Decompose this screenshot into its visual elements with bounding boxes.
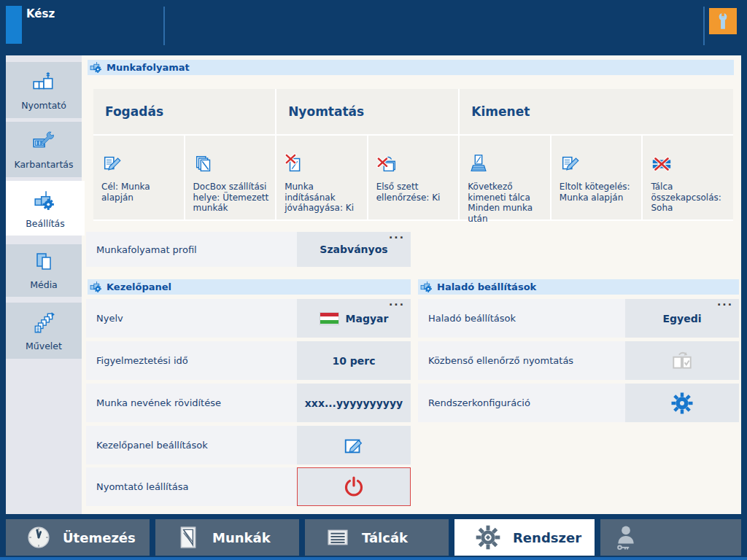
setting-row-nyelv: Nyelv ... Magyar bbox=[86, 299, 411, 338]
tile-label: Tálca összekapcsolás: Soha bbox=[651, 182, 727, 214]
printer-gear-icon bbox=[90, 281, 102, 293]
topbar-divider bbox=[163, 7, 165, 45]
setting-label: Nyomtató leállítása bbox=[86, 467, 297, 506]
workflow-tile-eltolt-kotegeles[interactable]: Eltolt kötegelés: Munka alapján bbox=[551, 136, 642, 219]
sidebar-item-label: Média bbox=[30, 279, 58, 290]
setting-value: 10 perc bbox=[332, 355, 375, 367]
tile-label: Első szett ellenőrzése: Ki bbox=[376, 182, 453, 203]
wrench-icon bbox=[713, 10, 732, 32]
tab-label: Munkák bbox=[212, 530, 271, 545]
section-header-halado-beallitasok: Haladó beállítások bbox=[418, 279, 739, 295]
proof-print-button-disabled bbox=[625, 341, 739, 380]
section-title: Munkafolyamat bbox=[107, 62, 190, 73]
hungary-flag-icon bbox=[320, 312, 339, 325]
setting-label: Munka nevének rövidítése bbox=[86, 384, 297, 422]
status-accent-bar bbox=[6, 6, 22, 44]
setting-label: Haladó beállítások bbox=[418, 299, 625, 338]
workflow-tile-kimeneti-talca[interactable]: Következő kimeneti tálca Minden munka ut… bbox=[460, 136, 550, 219]
sidebar-item-beallitas[interactable]: Beállítás bbox=[6, 181, 85, 236]
tab-label: Ütemezés bbox=[63, 530, 136, 545]
jobs-doc-icon bbox=[176, 525, 201, 550]
setting-value: Egyedi bbox=[662, 313, 701, 324]
tab-munkak[interactable]: Munkák bbox=[155, 519, 299, 556]
workflow-profile-value-button[interactable]: ... Szabványos bbox=[297, 232, 411, 267]
doc-pencil-icon bbox=[101, 153, 123, 175]
tab-talcak[interactable]: Tálcák bbox=[305, 519, 449, 556]
printer-gear-icon bbox=[420, 281, 433, 293]
workflow-tile-jovahagyas[interactable]: Munka indításának jóváhagyása: Ki bbox=[276, 136, 367, 219]
job-name-abbreviation-value-button[interactable]: xxx...yyyyyyyyyy bbox=[297, 384, 411, 422]
language-value-button[interactable]: ... Magyar bbox=[297, 299, 411, 338]
more-options-dots[interactable]: ... bbox=[389, 229, 405, 241]
bottom-accent-line bbox=[0, 557, 747, 560]
clock-icon bbox=[26, 525, 51, 550]
top-status-bar: Kész bbox=[0, 0, 747, 55]
more-options-dots[interactable]: ... bbox=[389, 296, 405, 308]
trays-icon bbox=[325, 525, 350, 550]
setting-row-rendszerkonfiguracio: Rendszerkonfiguráció bbox=[418, 384, 739, 422]
settings-icon bbox=[30, 188, 61, 213]
tile-label: Cél: Munka alapján bbox=[101, 182, 178, 203]
edit-icon bbox=[343, 435, 365, 456]
system-gear-icon bbox=[475, 524, 501, 551]
section-header-munkafolyamat: Munkafolyamat bbox=[88, 60, 734, 75]
tile-label: Eltolt kötegelés: Munka alapján bbox=[560, 182, 636, 203]
workflow-tile-elso-szett[interactable]: Első szett ellenőrzése: Ki bbox=[368, 136, 459, 219]
sidebar-item-label: Beállítás bbox=[26, 218, 64, 229]
setting-row-kozbenso-ellenorzo-nyomtatas: Közbenső ellenőrző nyomtatás bbox=[418, 341, 739, 380]
topbar-divider bbox=[703, 7, 705, 45]
sidebar-item-label: Karbantartás bbox=[14, 159, 73, 170]
panel-settings-button[interactable] bbox=[297, 426, 411, 464]
warning-time-value-button[interactable]: 10 perc bbox=[297, 341, 411, 380]
workflow-tile-talca-osszekapcsolas[interactable]: Tálca összekapcsolás: Soha bbox=[643, 136, 733, 219]
column-title: Kimenet bbox=[471, 104, 530, 119]
workflow-tile-docbox[interactable]: DocBox szállítási helye: Ütemezett munká… bbox=[185, 136, 276, 219]
printer-shutdown-button[interactable] bbox=[297, 467, 411, 506]
tile-label: Következő kimeneti tálca Minden munka ut… bbox=[468, 182, 544, 225]
user-key-icon bbox=[614, 524, 638, 551]
tile-label: Munka indításának jóváhagyása: Ki bbox=[285, 182, 361, 214]
advanced-settings-value-button[interactable]: ... Egyedi bbox=[625, 299, 739, 338]
setting-value: Szabványos bbox=[320, 244, 387, 255]
workflow-column-kimenet: Kimenet bbox=[460, 89, 733, 134]
sidebar-item-muvelet[interactable]: Művelet bbox=[6, 303, 82, 359]
column-title: Fogadás bbox=[105, 104, 163, 119]
power-icon bbox=[342, 475, 365, 499]
system-configuration-button[interactable] bbox=[625, 384, 739, 422]
proof-print-icon bbox=[670, 349, 694, 373]
more-options-dots[interactable]: ... bbox=[717, 296, 733, 308]
setting-label: Kezelőpanel beállítások bbox=[86, 426, 297, 464]
setting-row-halado-beallitasok: Haladó beállítások ... Egyedi bbox=[418, 299, 739, 338]
setting-row-kezelopanel-beallitasok: Kezelőpanel beállítások bbox=[86, 426, 411, 464]
setting-row-nyomtato-leallitasa: Nyomtató leállítása bbox=[86, 467, 411, 506]
section-title: Kezelőpanel bbox=[107, 281, 171, 292]
content-area: Nyomtató Karbantartás Beállítás Média Mű… bbox=[6, 55, 741, 514]
setting-row-munkafolyamat-profil: Munkafolyamat profil ... Szabványos bbox=[86, 232, 411, 267]
maintenance-icon bbox=[28, 129, 59, 154]
sidebar-item-media[interactable]: Média bbox=[6, 244, 82, 297]
setting-label: Nyelv bbox=[86, 299, 297, 338]
gear-icon bbox=[670, 392, 694, 415]
tray-link-crossed-icon bbox=[651, 153, 673, 175]
media-icon bbox=[30, 251, 58, 274]
setting-label: Munkafolyamat profil bbox=[86, 232, 297, 267]
sidebar-item-nyomtato[interactable]: Nyomtató bbox=[6, 62, 82, 118]
tools-button[interactable] bbox=[709, 8, 737, 34]
tab-utemezes[interactable]: Ütemezés bbox=[6, 519, 150, 556]
tab-rendszer[interactable]: Rendszer bbox=[454, 519, 595, 556]
doc-pencil-icon bbox=[560, 153, 581, 175]
tab-login-user[interactable] bbox=[600, 519, 741, 556]
sidebar-item-label: Nyomtató bbox=[21, 100, 66, 111]
docbox-icon bbox=[193, 153, 215, 175]
set-crossed-icon bbox=[376, 153, 398, 175]
printer-status-text: Kész bbox=[26, 7, 55, 20]
setting-row-figyelmeztetesi-ido: Figyelmeztetési idő 10 perc bbox=[86, 341, 411, 380]
workflow-column-nyomtatas: Nyomtatás bbox=[276, 89, 458, 134]
workflow-column-fogadas: Fogadás bbox=[93, 89, 275, 134]
workflow-tile-cel[interactable]: Cél: Munka alapján bbox=[93, 136, 184, 219]
doc-crossed-icon bbox=[285, 153, 306, 175]
sidebar-item-karbantartas[interactable]: Karbantartás bbox=[6, 122, 82, 177]
setting-value: Magyar bbox=[346, 313, 389, 324]
tab-label: Rendszer bbox=[513, 530, 581, 545]
tab-label: Tálcák bbox=[362, 530, 408, 545]
